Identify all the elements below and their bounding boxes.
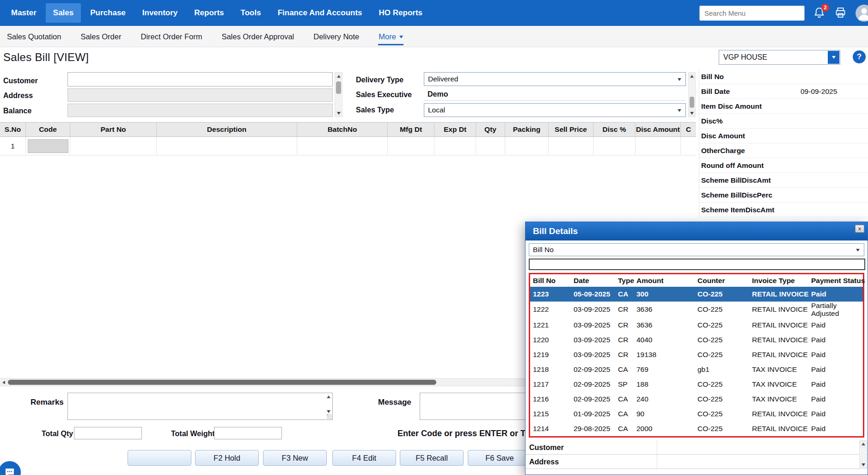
menu-search-input[interactable] (699, 6, 805, 21)
total-qty-input[interactable] (74, 427, 142, 439)
bill-row-1217[interactable]: 121702-09-2025SP188CO-225TAX INVOICEPaid (530, 377, 863, 392)
total-weight-input[interactable] (214, 427, 282, 439)
scroll-up-icon[interactable] (335, 73, 342, 80)
items-cell-c[interactable] (681, 137, 696, 155)
subnav-tab-more[interactable]: More (378, 27, 403, 45)
subnav-tab-sales-order-approval[interactable]: Sales Order Approval (221, 27, 294, 45)
subnav-tab-sales-quotation[interactable]: Sales Quotation (6, 27, 61, 45)
bill-row-1218[interactable]: 121802-09-2025CA769gb1TAX INVOICEPaid (530, 362, 863, 377)
scroll-down-icon[interactable] (335, 110, 342, 117)
scrollbar-thumb[interactable] (336, 81, 341, 94)
bill-cell-invoice-type: RETAIL INVOICE (749, 336, 808, 344)
chat-button[interactable] (0, 461, 21, 475)
scroll-up-icon[interactable] (327, 395, 330, 398)
close-button[interactable]: x (855, 225, 864, 233)
summary-row-item-disc-amount: Item Disc Amount (699, 99, 868, 114)
bill-cell-type: CR (615, 351, 634, 359)
bill-row-1215[interactable]: 121501-09-2025CA90CO-225RETAIL INVOICEPa… (530, 407, 863, 421)
items-cell-description[interactable] (157, 137, 297, 155)
remarks-textarea[interactable] (68, 393, 332, 419)
notifications-button[interactable]: 2 (813, 6, 826, 19)
code-input[interactable] (28, 139, 68, 153)
bill-cell-counter: CO-225 (695, 395, 749, 403)
scroll-down-icon[interactable] (860, 462, 867, 469)
bill-row-1223[interactable]: 122305-09-2025CA300CO-225RETAIL INVOICEP… (530, 287, 863, 302)
topnav-item-ho-reports[interactable]: HO Reports (372, 3, 430, 23)
customer-input[interactable] (67, 72, 333, 86)
bill-cell-bill-no: 1215 (530, 410, 571, 418)
button-f2-hold[interactable]: F2 Hold (195, 450, 259, 466)
search-by-select[interactable]: Bill No (529, 243, 864, 256)
sales-type-value: Local (424, 104, 685, 117)
grid-horizontal-scrollbar[interactable] (0, 378, 525, 386)
topnav-item-inventory[interactable]: Inventory (135, 3, 185, 23)
subnav-tabs: Sales QuotationSales OrderDirect Order F… (0, 26, 868, 47)
delivery-type-select[interactable]: Delivered (424, 72, 686, 86)
bill-cell-bill-no: 1218 (530, 365, 571, 374)
total-qty-label: Total Qty (42, 430, 73, 438)
form-scrollbar-right[interactable] (688, 72, 696, 117)
button-f4-edit[interactable]: F4 Edit (332, 450, 396, 466)
bill-cell-payment-status: Paid (808, 365, 864, 373)
items-col-packing: Packing (505, 123, 549, 136)
topnav-item-sales[interactable]: Sales (46, 3, 81, 23)
items-cell-packing[interactable] (505, 137, 549, 155)
bill-row-1221[interactable]: 122103-09-2025CR3636CO-225RETAIL INVOICE… (530, 318, 863, 333)
items-cell-disc-amount[interactable] (636, 137, 681, 155)
topnav-item-reports[interactable]: Reports (187, 3, 231, 23)
items-cell-qty[interactable] (476, 137, 505, 155)
topnav-item-finance-and-accounts[interactable]: Finance And Accounts (270, 3, 370, 23)
scrollbar-thumb[interactable] (8, 380, 436, 385)
items-cell-batchno[interactable] (297, 137, 388, 155)
subnav-tab-sales-order[interactable]: Sales Order (80, 27, 122, 45)
scroll-up-icon[interactable] (860, 441, 867, 448)
resize-grip[interactable] (327, 414, 332, 419)
dialog-footer: Customer Address (526, 440, 868, 475)
delivery-type-value: Delivered (424, 73, 685, 86)
avatar[interactable] (856, 5, 868, 22)
items-cell-mfg-dt[interactable] (388, 137, 434, 155)
bill-cell-date: 01-09-2025 (571, 410, 615, 418)
items-cell-s-no[interactable]: 1 (0, 137, 26, 155)
scrollbar-thumb[interactable] (690, 97, 694, 108)
button-f5-recall[interactable]: F5 Recall (400, 450, 464, 466)
topnav-item-tools[interactable]: Tools (233, 3, 269, 23)
bill-row-1214[interactable]: 121429-08-2025CA2000CO-225RETAIL INVOICE… (530, 421, 863, 436)
subnav-tab-delivery-note[interactable]: Delivery Note (313, 27, 360, 45)
scroll-up-icon[interactable] (689, 73, 695, 80)
scroll-down-icon[interactable] (327, 410, 330, 413)
subnav-tab-direct-order-form[interactable]: Direct Order Form (140, 27, 202, 45)
scroll-down-icon[interactable] (689, 110, 695, 117)
button-f6-save[interactable]: F6 Save (468, 450, 532, 466)
button-blank[interactable] (128, 450, 191, 466)
bill-row-1222[interactable]: 122203-09-2025CR3636CO-225RETAIL INVOICE… (530, 302, 863, 318)
help-button[interactable]: ? (853, 50, 866, 63)
branch-dropdown-button[interactable] (828, 51, 839, 64)
items-cell-exp-dt[interactable] (434, 137, 476, 155)
items-cell-part-no[interactable] (70, 137, 157, 155)
topnav-item-purchase[interactable]: Purchase (83, 3, 133, 23)
bill-cell-date: 03-09-2025 (571, 305, 615, 314)
bill-row-1219[interactable]: 121903-09-2025CR19138CO-225RETAIL INVOIC… (530, 347, 863, 362)
items-header: S.NoCodePart NoDescriptionBatchNoMfg DtE… (0, 122, 696, 137)
dialog-titlebar[interactable]: Bill Details x (526, 222, 868, 241)
message-label: Message (378, 398, 411, 407)
button-f3-new[interactable]: F3 New (263, 450, 327, 466)
bill-row-1220[interactable]: 122003-09-2025CR4040CO-225RETAIL INVOICE… (530, 333, 863, 347)
bill-search-input[interactable] (529, 259, 865, 270)
scroll-left-icon[interactable] (0, 379, 7, 386)
sales-executive-field[interactable]: Demo (424, 88, 686, 101)
print-button[interactable] (834, 6, 847, 19)
footer-customer-value (657, 440, 859, 454)
bill-cell-date: 02-09-2025 (571, 380, 615, 389)
bill-cell-amount: 19138 (634, 351, 695, 359)
items-cell-sell-price[interactable] (549, 137, 593, 155)
branch-select[interactable]: VGP HOUSE (719, 50, 840, 65)
sales-type-select[interactable]: Local (424, 103, 686, 117)
bill-row-1216[interactable]: 121602-09-2025CA240CO-225TAX INVOICEPaid (530, 392, 863, 407)
items-cell-code[interactable] (26, 137, 70, 155)
footer-scrollbar[interactable] (859, 440, 867, 469)
topnav-item-master[interactable]: Master (4, 3, 44, 23)
items-cell-disc[interactable] (593, 137, 636, 155)
form-scrollbar-left[interactable] (335, 72, 342, 117)
